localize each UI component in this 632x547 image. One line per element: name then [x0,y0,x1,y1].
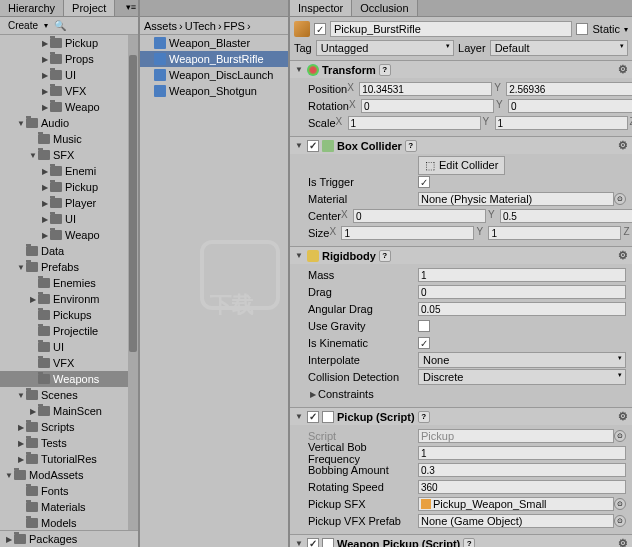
asset-item[interactable]: Weapon_Blaster [140,35,288,51]
layer-dropdown[interactable]: Default [490,40,628,56]
tree-item[interactable]: ▶Weapo [0,99,138,115]
asset-item[interactable]: Weapon_Shotgun [140,83,288,99]
position-y-input[interactable] [506,82,632,96]
foldout-icon[interactable]: ▶ [40,38,50,48]
object-picker-icon[interactable]: ⊙ [614,430,626,442]
usegravity-checkbox[interactable] [418,320,430,332]
tree-item[interactable]: Models [0,515,138,530]
foldout-icon[interactable]: ▼ [28,150,38,160]
position-x-input[interactable] [359,82,492,96]
iskinematic-checkbox[interactable] [418,337,430,349]
foldout-icon[interactable] [16,246,26,256]
project-tab[interactable]: Project [64,0,115,16]
drag-input[interactable] [418,285,626,299]
foldout-icon[interactable] [28,374,38,384]
tag-dropdown[interactable]: Untagged [316,40,454,56]
foldout-icon[interactable]: ▼ [294,65,304,75]
foldout-icon[interactable]: ▼ [4,470,14,480]
center-y-input[interactable] [500,209,632,223]
help-icon[interactable]: ? [405,140,417,152]
tree-item[interactable]: ▶Scripts [0,419,138,435]
edit-collider-button[interactable]: ⬚Edit Collider [418,156,505,175]
tree-item[interactable]: ▼SFX [0,147,138,163]
sfx-field[interactable]: Pickup_Weapon_Small [418,497,614,511]
tree-item[interactable]: ▼ModAssets [0,467,138,483]
tree-item[interactable]: ▶Pickup [0,35,138,51]
tree-item[interactable]: ▶MainScen [0,403,138,419]
foldout-icon[interactable] [28,342,38,352]
foldout-icon[interactable]: ▼ [294,251,304,261]
tree-item[interactable]: ▶Enemi [0,163,138,179]
vfx-field[interactable]: None (Game Object) [418,514,614,528]
foldout-icon[interactable]: ▶ [16,454,26,464]
tree-item[interactable]: ▼Prefabs [0,259,138,275]
foldout-icon[interactable] [28,358,38,368]
foldout-icon[interactable]: ▶ [40,230,50,240]
static-dropdown-icon[interactable]: ▾ [624,25,628,34]
static-checkbox[interactable] [576,23,588,35]
foldout-icon[interactable] [28,326,38,336]
active-checkbox[interactable] [314,23,326,35]
tree-item[interactable]: ▶UI [0,211,138,227]
asset-list[interactable]: Weapon_BlasterWeapon_BurstRifleWeapon_Di… [140,35,288,99]
gear-icon[interactable]: ⚙ [618,410,628,423]
hierarchy-tab[interactable]: Hierarchy [0,0,64,16]
angdrag-input[interactable] [418,302,626,316]
object-picker-icon[interactable]: ⊙ [614,515,626,527]
tree-item[interactable]: Weapons [0,371,138,387]
foldout-icon[interactable]: ▼ [294,412,304,422]
occlusion-tab[interactable]: Occlusion [352,0,417,16]
inspector-tab[interactable]: Inspector [290,0,352,16]
foldout-icon[interactable]: ▼ [16,262,26,272]
tree-item[interactable]: ▶TutorialRes [0,451,138,467]
bob-input[interactable] [418,463,626,477]
asset-item[interactable]: Weapon_BurstRifle [140,51,288,67]
tree-item[interactable]: ▼Audio [0,115,138,131]
gear-icon[interactable]: ⚙ [618,139,628,152]
foldout-icon[interactable]: ▶ [28,294,38,304]
breadcrumb-item[interactable]: UTech [185,20,216,32]
size-x-input[interactable] [341,226,474,240]
foldout-icon[interactable] [28,134,38,144]
gear-icon[interactable]: ⚙ [618,537,628,547]
tree-item[interactable]: Fonts [0,483,138,499]
mass-input[interactable] [418,268,626,282]
foldout-icon[interactable]: ▼ [16,390,26,400]
object-picker-icon[interactable]: ⊙ [614,193,626,205]
scale-x-input[interactable] [348,116,481,130]
foldout-icon[interactable]: ▶ [40,70,50,80]
scale-y-input[interactable] [495,116,628,130]
foldout-icon[interactable] [28,310,38,320]
tree-item[interactable]: Projectile [0,323,138,339]
gear-icon[interactable]: ⚙ [618,249,628,262]
foldout-icon[interactable]: ▶ [40,86,50,96]
create-button[interactable]: Create [4,19,42,32]
foldout-icon[interactable] [28,278,38,288]
foldout-icon[interactable]: ▶ [40,182,50,192]
foldout-icon[interactable]: ▶ [40,54,50,64]
foldout-icon[interactable]: ▶ [40,198,50,208]
collision-dropdown[interactable]: Discrete [418,369,626,385]
tree-item[interactable]: UI [0,339,138,355]
foldout-icon[interactable]: ▶ [16,422,26,432]
foldout-icon[interactable]: ▶ [28,406,38,416]
material-field[interactable]: None (Physic Material) [418,192,614,206]
component-enable-checkbox[interactable] [307,140,319,152]
help-icon[interactable]: ? [463,538,475,548]
object-picker-icon[interactable]: ⊙ [614,498,626,510]
help-icon[interactable]: ? [379,250,391,262]
tree-item[interactable]: Data [0,243,138,259]
component-enable-checkbox[interactable] [307,411,319,423]
foldout-icon[interactable] [16,502,26,512]
scrollbar[interactable] [128,35,138,530]
tree-item[interactable]: ▶Player [0,195,138,211]
tree-item[interactable]: ▼Scenes [0,387,138,403]
tree-item[interactable]: ▶UI [0,67,138,83]
foldout-icon[interactable] [16,486,26,496]
tree-item[interactable]: VFX [0,355,138,371]
gear-icon[interactable]: ⚙ [618,63,628,76]
rotation-x-input[interactable] [361,99,494,113]
size-y-input[interactable] [488,226,621,240]
panel-menu-icon[interactable]: ▾≡ [124,0,138,16]
breadcrumb-item[interactable]: FPS [224,20,245,32]
